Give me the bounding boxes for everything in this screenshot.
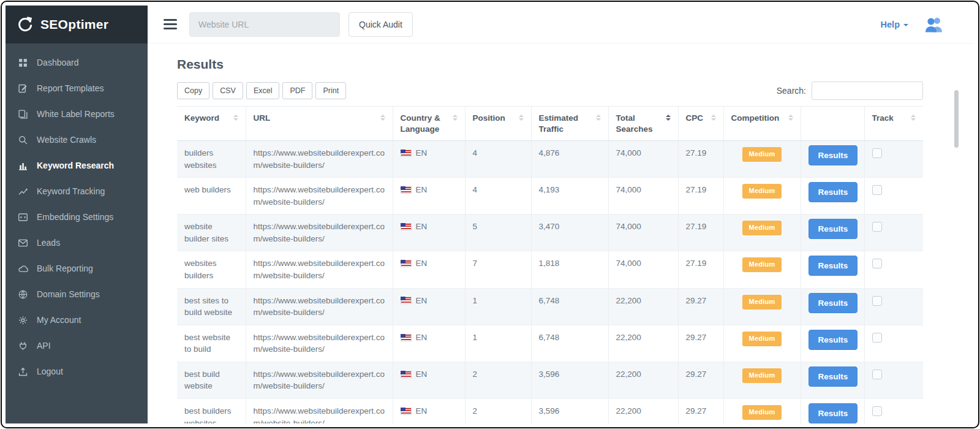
action-cell: Results	[801, 288, 864, 325]
column-header-keyword[interactable]: Keyword	[177, 107, 246, 141]
results-button[interactable]: Results	[809, 256, 858, 276]
sidebar-item-label: Keyword Tracking	[37, 186, 105, 196]
language-label: EN	[416, 257, 428, 270]
column-header-cpc[interactable]: CPC	[678, 107, 723, 141]
brand-logo[interactable]: SEOptimer	[6, 6, 148, 44]
sort-icon[interactable]	[788, 115, 793, 124]
searches-cell: 74,000	[608, 251, 678, 288]
sidebar-item-keyword-research[interactable]: Keyword Research	[6, 153, 148, 178]
us-flag-icon	[401, 186, 412, 194]
results-button[interactable]: Results	[809, 403, 858, 423]
scrollbar-thumb[interactable]	[954, 90, 959, 148]
website-url-input[interactable]	[189, 12, 340, 37]
column-header-position[interactable]: Position	[465, 107, 531, 141]
quick-audit-button[interactable]: Quick Audit	[349, 12, 413, 37]
track-checkbox[interactable]	[872, 222, 882, 232]
competition-badge: Medium	[742, 295, 782, 309]
track-checkbox[interactable]	[872, 296, 882, 306]
results-button[interactable]: Results	[809, 182, 858, 202]
sidebar-item-leads[interactable]: Leads	[6, 230, 148, 256]
track-checkbox[interactable]	[872, 148, 882, 158]
column-header-total-searches[interactable]: Total Searches	[608, 107, 678, 141]
column-header-estimated-traffic[interactable]: Estimated Traffic	[531, 107, 608, 141]
track-checkbox[interactable]	[872, 370, 882, 379]
export-print-button[interactable]: Print	[315, 82, 346, 99]
results-button[interactable]: Results	[809, 145, 858, 165]
sidebar-item-bulk-reporting[interactable]: Bulk Reporting	[6, 256, 148, 281]
url-cell: https://www.websitebuilderexpert.com/web…	[246, 178, 393, 214]
column-header-track[interactable]: Track	[864, 107, 923, 141]
hamburger-menu-icon[interactable]	[164, 19, 177, 29]
sidebar-item-report-templates[interactable]: Report Templates	[6, 75, 148, 101]
sort-icon[interactable]	[519, 115, 524, 124]
report-templates-icon	[18, 83, 28, 94]
sort-icon[interactable]	[453, 115, 458, 134]
track-checkbox[interactable]	[872, 185, 882, 195]
position-cell: 4	[465, 178, 531, 214]
export-copy-button[interactable]: Copy	[177, 82, 209, 99]
track-checkbox[interactable]	[872, 333, 882, 343]
seoptimer-logo-icon	[15, 15, 34, 34]
track-checkbox[interactable]	[872, 259, 882, 268]
table-row: best builders websites https://www.websi…	[177, 398, 923, 423]
sort-icon[interactable]	[711, 115, 716, 124]
search-input[interactable]	[812, 82, 923, 100]
sidebar-item-white-label-reports[interactable]: White Label Reports	[6, 101, 148, 127]
sidebar-item-my-account[interactable]: My Account	[6, 307, 148, 333]
column-label: Keyword	[184, 113, 219, 124]
sidebar-item-website-crawls[interactable]: Website Crawls	[6, 127, 148, 153]
export-excel-button[interactable]: Excel	[246, 82, 280, 99]
sidebar-item-api[interactable]: API	[6, 333, 148, 359]
results-button[interactable]: Results	[809, 366, 858, 387]
competition-badge: Medium	[742, 332, 782, 346]
column-header-competition[interactable]: Competition	[723, 107, 801, 141]
us-flag-icon	[401, 408, 412, 415]
export-pdf-button[interactable]: PDF	[282, 82, 312, 99]
competition-badge: Medium	[742, 184, 782, 199]
track-cell	[864, 251, 923, 288]
sidebar-item-label: Logout	[37, 366, 63, 376]
us-flag-icon	[401, 260, 412, 267]
sort-icon[interactable]	[380, 115, 385, 124]
table-controls: Copy CSV Excel PDF Print Search:	[177, 82, 923, 100]
results-button[interactable]: Results	[809, 330, 858, 350]
help-label: Help	[881, 20, 900, 29]
competition-cell: Medium	[723, 398, 801, 423]
sort-icon[interactable]	[911, 115, 916, 124]
competition-cell: Medium	[723, 251, 801, 288]
track-cell	[864, 362, 923, 398]
sidebar-item-dashboard[interactable]: Dashboard	[6, 50, 148, 75]
export-csv-button[interactable]: CSV	[213, 82, 243, 99]
us-flag-icon	[401, 223, 412, 230]
keyword-cell: best builders websites	[177, 398, 246, 423]
app: SEOptimer Dashboard Report Templates Whi…	[6, 6, 974, 423]
sidebar-item-domain-settings[interactable]: Domain Settings	[6, 281, 148, 307]
sidebar-item-logout[interactable]: Logout	[6, 359, 148, 384]
results-button[interactable]: Results	[809, 219, 858, 239]
topbar: Quick Audit Help	[148, 6, 974, 44]
column-label: Position	[473, 113, 505, 124]
sidebar-item-label: Website Crawls	[37, 135, 96, 145]
column-header-country-language[interactable]: Country & Language	[393, 107, 465, 141]
table-header: Keyword URL Country & Language Position …	[177, 107, 923, 141]
country-cell: EN	[393, 398, 465, 423]
table-search: Search:	[777, 82, 923, 100]
sort-active-icon[interactable]	[666, 115, 671, 134]
support-users-icon[interactable]	[924, 16, 945, 32]
column-header-url[interactable]: URL	[246, 107, 393, 141]
keyword-cell: web builders	[177, 178, 246, 214]
sidebar-item-keyword-tracking[interactable]: Keyword Tracking	[6, 178, 148, 204]
help-menu[interactable]: Help	[881, 20, 908, 29]
traffic-cell: 1,818	[531, 251, 608, 288]
bulk-reporting-icon	[18, 264, 28, 274]
track-checkbox[interactable]	[872, 406, 882, 416]
main-panel: Results Copy CSV Excel PDF Print Search:	[148, 44, 974, 423]
country-cell: EN	[393, 251, 465, 288]
sort-icon[interactable]	[596, 115, 601, 134]
sort-icon[interactable]	[233, 115, 238, 124]
sidebar-item-embedding-settings[interactable]: Embedding Settings	[6, 204, 148, 230]
table-row: best sites to build website https://www.…	[177, 288, 923, 325]
cpc-cell: 27.19	[678, 141, 723, 178]
column-label: Track	[872, 113, 894, 124]
results-button[interactable]: Results	[809, 293, 858, 313]
